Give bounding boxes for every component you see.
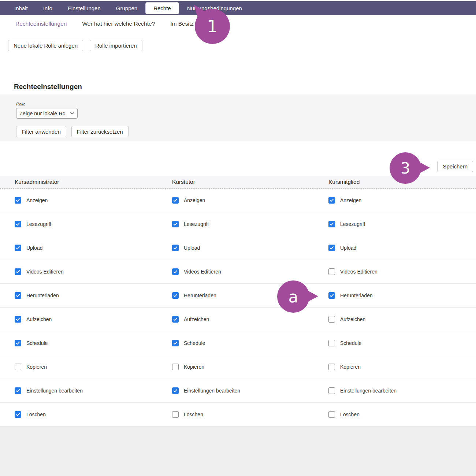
permission-row-einstellungen-bearbeiten: Einstellungen bearbeitenEinstellungen be…: [0, 379, 476, 403]
filter-panel: Rolle Zeige nur lokale Rc Filter anwende…: [0, 94, 476, 141]
checkbox-herunterladen-kurstutor[interactable]: [172, 292, 179, 299]
permission-cell-kursmitglied-upload: Upload: [314, 245, 476, 251]
checkbox-schedule-kursadministrator[interactable]: [15, 340, 21, 346]
permission-cell-kursmitglied-anzeigen: Anzeigen: [314, 197, 476, 204]
permission-label: Upload: [340, 245, 356, 251]
permission-label: Löschen: [340, 412, 360, 417]
checkbox-lesezugriff-kurstutor[interactable]: [172, 221, 179, 227]
subnav-item-im-besitz[interactable]: Im Besitz: [170, 21, 194, 27]
annotation-marker-a-label: a: [289, 287, 298, 306]
permission-label: Aufzeichen: [340, 316, 365, 322]
role-filter-select[interactable]: Zeige nur lokale Rc: [16, 108, 78, 119]
checkbox-herunterladen-kursadministrator[interactable]: [15, 292, 21, 299]
checkbox-videos-editieren-kurstutor[interactable]: [172, 268, 179, 275]
permission-label: Videos Editieren: [184, 269, 221, 275]
checkbox-aufzeichen-kursmitglied[interactable]: [328, 316, 335, 323]
page: InhaltInfoEinstellungenGruppenRechteNutz…: [0, 0, 476, 476]
checkbox-löschen-kursadministrator[interactable]: [15, 411, 21, 418]
permission-label: Einstellungen bearbeiten: [340, 388, 397, 394]
subnav-item-rechteeinstellungen[interactable]: Rechteeinstellungen: [15, 21, 67, 27]
permission-cell-kursmitglied-löschen: Löschen: [314, 411, 476, 418]
checkbox-upload-kurstutor[interactable]: [172, 245, 179, 251]
permission-cell-kursmitglied-herunterladen: Herunterladen: [314, 292, 476, 299]
checkbox-lesezugriff-kursadministrator[interactable]: [15, 221, 21, 227]
column-header-kurstutor: Kurstutor: [157, 179, 314, 185]
permission-row-schedule: ScheduleScheduleSchedule: [0, 331, 476, 355]
new-local-role-button[interactable]: Neue lokale Rolle anlegen: [8, 40, 83, 51]
checkbox-aufzeichen-kursadministrator[interactable]: [15, 316, 21, 323]
footer-area: [0, 427, 476, 476]
checkbox-anzeigen-kurstutor[interactable]: [172, 197, 179, 204]
permission-cell-kurstutor-kopieren: Kopieren: [157, 364, 314, 370]
annotation-step-1: 1: [195, 9, 230, 44]
reset-filter-button[interactable]: Filter zurücksetzen: [71, 126, 129, 137]
checkbox-upload-kursmitglied[interactable]: [328, 245, 335, 251]
permission-row-aufzeichen: AufzeichenAufzeichenAufzeichen: [0, 308, 476, 331]
subnav-item-wer-hat-hier-welche-rechte[interactable]: Wer hat hier welche Rechte?: [82, 21, 155, 27]
checkbox-löschen-kursmitglied[interactable]: [328, 411, 335, 418]
save-button[interactable]: Speichern: [437, 161, 473, 172]
permission-row-anzeigen: AnzeigenAnzeigenAnzeigen: [0, 189, 476, 212]
checkbox-einstellungen-bearbeiten-kursadministrator[interactable]: [15, 387, 21, 394]
checkbox-einstellungen-bearbeiten-kurstutor[interactable]: [172, 387, 179, 394]
permission-cell-kursmitglied-einstellungen-bearbeiten: Einstellungen bearbeiten: [314, 387, 476, 394]
permission-cell-kursadministrator-löschen: Löschen: [0, 411, 157, 418]
checkbox-aufzeichen-kurstutor[interactable]: [172, 316, 179, 323]
checkbox-videos-editieren-kursmitglied[interactable]: [328, 268, 335, 275]
permission-cell-kursadministrator-lesezugriff: Lesezugriff: [0, 221, 157, 227]
checkbox-herunterladen-kursmitglied[interactable]: [328, 292, 335, 299]
permission-cell-kurstutor-löschen: Löschen: [157, 411, 314, 418]
permission-label: Kopieren: [340, 364, 361, 370]
permission-cell-kurstutor-einstellungen-bearbeiten: Einstellungen bearbeiten: [157, 387, 314, 394]
checkbox-einstellungen-bearbeiten-kursmitglied[interactable]: [328, 387, 335, 394]
permission-label: Schedule: [340, 340, 361, 346]
column-header-kursadministrator: Kursadministrator: [0, 179, 157, 185]
permissions-table-body: AnzeigenAnzeigenAnzeigenLesezugriffLesez…: [0, 189, 476, 427]
checkbox-kopieren-kursadministrator[interactable]: [15, 364, 21, 370]
annotation-step-3-pointer: [419, 162, 430, 174]
permission-label: Anzeigen: [184, 197, 205, 203]
top-navigation: InhaltInfoEinstellungenGruppenRechteNutz…: [0, 1, 476, 15]
permission-label: Herunterladen: [26, 293, 59, 298]
permission-label: Upload: [26, 245, 42, 251]
checkbox-schedule-kursmitglied[interactable]: [328, 340, 335, 346]
permission-label: Schedule: [26, 340, 48, 346]
filter-buttons: Filter anwenden Filter zurücksetzen: [16, 126, 476, 137]
permission-row-kopieren: KopierenKopierenKopieren: [0, 355, 476, 379]
permission-row-lesezugriff: LesezugriffLesezugriffLesezugriff: [0, 212, 476, 236]
permission-label: Lesezugriff: [340, 221, 365, 227]
checkbox-videos-editieren-kursadministrator[interactable]: [15, 268, 21, 275]
permission-cell-kursmitglied-schedule: Schedule: [314, 340, 476, 346]
permission-label: Herunterladen: [184, 293, 216, 298]
checkbox-kopieren-kurstutor[interactable]: [172, 364, 179, 370]
permission-label: Aufzeichen: [184, 316, 209, 322]
permission-row-upload: UploadUploadUpload: [0, 236, 476, 260]
permission-cell-kursadministrator-kopieren: Kopieren: [0, 364, 157, 370]
permission-cell-kursadministrator-aufzeichen: Aufzeichen: [0, 316, 157, 323]
permission-label: Einstellungen bearbeiten: [26, 388, 83, 394]
permission-row-herunterladen: HerunterladenHerunterladenHerunterladen: [0, 284, 476, 308]
permission-label: Upload: [184, 245, 200, 251]
role-filter-selected-value: Zeige nur lokale Rc: [19, 111, 65, 116]
topnav-tab-rechte[interactable]: Rechte: [146, 3, 179, 14]
topnav-tab-einstellungen[interactable]: Einstellungen: [60, 1, 108, 15]
permission-label: Aufzeichen: [26, 316, 52, 322]
import-role-button[interactable]: Rolle importieren: [90, 40, 142, 51]
checkbox-lesezugriff-kursmitglied[interactable]: [328, 221, 335, 227]
permission-label: Löschen: [26, 412, 46, 417]
checkbox-kopieren-kursmitglied[interactable]: [328, 364, 335, 370]
chevron-down-icon: [70, 112, 74, 115]
topnav-tab-info[interactable]: Info: [36, 1, 60, 15]
sub-navigation: RechteeinstellungenWer hat hier welche R…: [0, 15, 476, 31]
checkbox-anzeigen-kursmitglied[interactable]: [328, 197, 335, 204]
checkbox-löschen-kurstutor[interactable]: [172, 411, 179, 418]
permission-label: Herunterladen: [340, 293, 373, 298]
checkbox-schedule-kurstutor[interactable]: [172, 340, 179, 346]
permission-cell-kurstutor-lesezugriff: Lesezugriff: [157, 221, 314, 227]
topnav-tab-inhalt[interactable]: Inhalt: [7, 1, 36, 15]
checkbox-anzeigen-kursadministrator[interactable]: [15, 197, 21, 204]
apply-filter-button[interactable]: Filter anwenden: [16, 126, 66, 137]
topnav-tab-gruppen[interactable]: Gruppen: [108, 1, 145, 15]
permission-label: Lesezugriff: [26, 221, 51, 227]
checkbox-upload-kursadministrator[interactable]: [15, 245, 21, 251]
